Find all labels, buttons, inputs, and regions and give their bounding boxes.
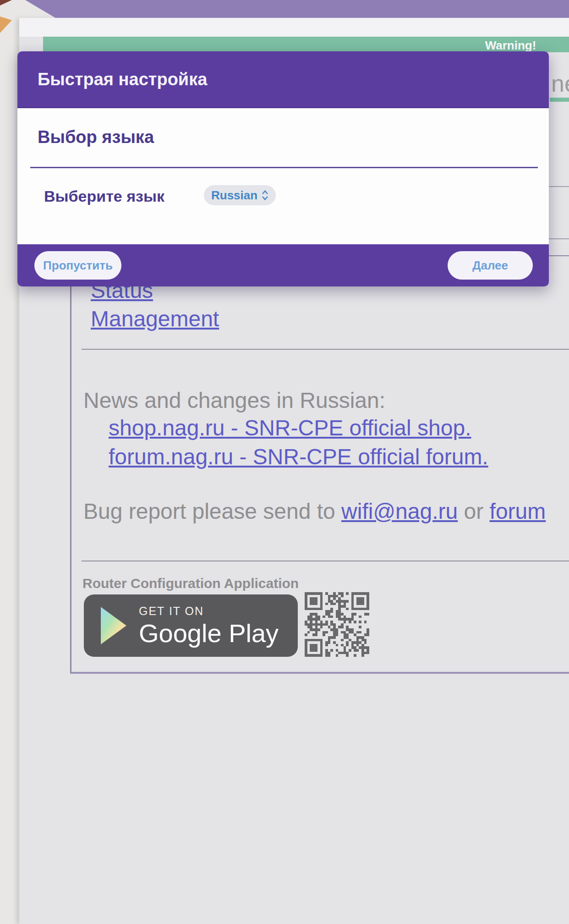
status-bar [0, 0, 569, 18]
google-play-badge-text: GET IT ON Google Play [139, 605, 279, 646]
google-play-badge[interactable]: GET IT ON Google Play [84, 594, 298, 657]
corner-maroon-decor [0, 0, 12, 6]
language-select-value: Russian [211, 188, 257, 203]
modal-title: Быстрая настройка [38, 70, 207, 89]
modal-header: Быстрая настройка [17, 51, 549, 108]
language-section-heading: Выбор языка [38, 127, 154, 147]
qr-code [305, 592, 369, 657]
news-intro-text: News and changes in Russian: [83, 388, 385, 413]
quick-setup-modal: Быстрая настройка Выбор языка Выберите я… [17, 51, 549, 286]
modal-footer: Пропустить Далее [17, 244, 549, 286]
next-button[interactable]: Далее [448, 251, 533, 280]
bug-report-prefix: Bug report please send to [83, 499, 341, 523]
bug-report-conjunction: or [458, 499, 489, 523]
select-chevrons-icon [262, 189, 268, 201]
link-management[interactable]: Management [91, 306, 219, 331]
badge-google-play: Google Play [139, 621, 279, 646]
link-shop-nag-ru[interactable]: shop.nag.ru - SNR-CPE official shop. [109, 415, 471, 440]
badge-get-it-on: GET IT ON [139, 605, 279, 617]
separator [82, 561, 569, 561]
google-play-icon [98, 606, 129, 645]
link-forum-nag-ru[interactable]: forum.nag.ru - SNR-CPE official forum. [109, 444, 488, 469]
heading-teal-underline [550, 98, 569, 102]
separator [82, 349, 569, 350]
screen: Warning! ne Status Management News and c… [0, 0, 569, 924]
link-wifi-email[interactable]: wifi@nag.ru [341, 499, 458, 523]
page-top-band [19, 18, 569, 37]
language-select[interactable]: Russian [204, 185, 276, 205]
app-caption: Router Configuration Application [82, 576, 299, 591]
skip-button[interactable]: Пропустить [34, 251, 121, 280]
link-forum-word[interactable]: forum [490, 499, 546, 523]
bug-report-line: Bug report please send to wifi@nag.ru or… [83, 499, 546, 524]
language-field-label: Выберите язык [44, 186, 164, 206]
corner-orange-decor [0, 16, 12, 33]
modal-section-divider [30, 167, 538, 168]
modal-body: Выбор языка Выберите язык Russian [17, 108, 549, 244]
page-heading-fragment: ne [551, 70, 569, 97]
warning-label: Warning! [473, 38, 548, 53]
